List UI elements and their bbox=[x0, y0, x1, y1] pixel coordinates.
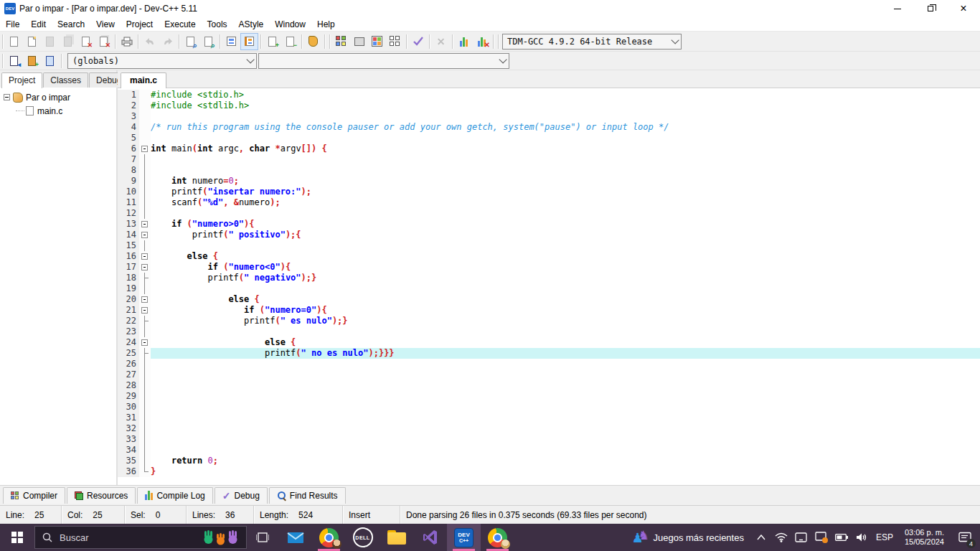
code-line: 11 scanf("%d", &numero); bbox=[118, 197, 980, 208]
debug-tab-icon: ✓ bbox=[222, 491, 231, 500]
editor-tab-mainc[interactable]: main.c bbox=[121, 72, 166, 88]
code-text bbox=[151, 240, 980, 251]
menu-window[interactable]: Window bbox=[269, 18, 311, 31]
view-panel-button[interactable] bbox=[222, 33, 240, 50]
code-line: 13 if ("numero>0"){ bbox=[118, 219, 980, 230]
code-text: printf(" es nulo");} bbox=[151, 316, 980, 326]
remove-from-project-button[interactable]: − bbox=[281, 33, 299, 50]
close-file-icon: ✕ bbox=[82, 37, 90, 47]
start-button[interactable] bbox=[0, 524, 34, 551]
fold-marker[interactable] bbox=[139, 219, 151, 230]
fold-marker[interactable] bbox=[139, 294, 151, 305]
taskbar-visual-studio-button[interactable] bbox=[413, 524, 447, 551]
code-text: } bbox=[151, 466, 980, 477]
status-lines-value: 36 bbox=[225, 510, 235, 520]
close-all-button[interactable]: ✕ bbox=[95, 33, 113, 50]
save-button[interactable] bbox=[41, 33, 59, 50]
restore-button[interactable] bbox=[914, 0, 947, 17]
menu-view[interactable]: View bbox=[90, 18, 121, 31]
volume-button[interactable] bbox=[853, 524, 870, 551]
rebuild-button[interactable] bbox=[386, 33, 404, 50]
line-number: 10 bbox=[118, 187, 139, 197]
taskbar-chrome-profile1-button[interactable] bbox=[312, 524, 346, 551]
menu-edit[interactable]: Edit bbox=[25, 18, 52, 31]
new-source-button[interactable] bbox=[5, 33, 23, 50]
add-to-project-button[interactable]: + bbox=[263, 33, 281, 50]
run-button[interactable] bbox=[350, 33, 368, 50]
tab-classes[interactable]: Classes bbox=[43, 72, 88, 88]
tab-project[interactable]: Project bbox=[1, 72, 42, 88]
tab-compiler[interactable]: Compiler bbox=[3, 487, 65, 504]
battery-button[interactable] bbox=[833, 524, 850, 551]
taskbar-dell-button[interactable]: DELL bbox=[346, 524, 380, 551]
members-list-button[interactable] bbox=[41, 52, 59, 70]
profile-button[interactable] bbox=[455, 33, 473, 50]
find-in-files-button[interactable]: ⌕ bbox=[199, 33, 217, 50]
collapse-icon[interactable] bbox=[4, 94, 10, 100]
code-text: int numero=0; bbox=[151, 176, 980, 187]
code-text: else { bbox=[151, 294, 980, 305]
syntax-check-button[interactable] bbox=[409, 33, 427, 50]
fold-marker[interactable] bbox=[139, 143, 151, 154]
notification-center-button[interactable]: 4 bbox=[953, 524, 977, 551]
abort-button[interactable]: ✕ bbox=[432, 33, 450, 50]
taskbar-devcpp-button[interactable]: DEVC++ bbox=[447, 524, 481, 551]
taskbar-mail-button[interactable] bbox=[278, 524, 312, 551]
close-button[interactable]: × bbox=[947, 0, 980, 17]
line-number: 4 bbox=[118, 122, 139, 133]
compile-button[interactable] bbox=[332, 33, 350, 50]
fold-margin bbox=[139, 359, 151, 369]
fold-marker[interactable] bbox=[139, 262, 151, 273]
menu-project[interactable]: Project bbox=[121, 18, 159, 31]
close-file-button[interactable]: ✕ bbox=[77, 33, 95, 50]
delete-profiling-button[interactable]: ✕ bbox=[473, 33, 491, 50]
tab-compile-log[interactable]: Compile Log bbox=[137, 487, 212, 504]
new-member-button[interactable]: + bbox=[23, 52, 41, 70]
news-interests-button[interactable]: ♞♟ Juegos más recientes bbox=[623, 524, 752, 551]
compile-run-button[interactable] bbox=[368, 33, 386, 50]
wifi-button[interactable] bbox=[773, 524, 790, 551]
fold-marker[interactable] bbox=[139, 230, 151, 240]
print-button[interactable] bbox=[118, 33, 136, 50]
code-area[interactable]: 1#include <stdio.h>2#include <stdlib.h>3… bbox=[118, 88, 980, 485]
fold-marker[interactable] bbox=[139, 251, 151, 262]
tab-resources[interactable]: Resources bbox=[67, 487, 136, 504]
taskbar-chrome-profile2-button[interactable] bbox=[481, 524, 514, 551]
screen-cast-button[interactable] bbox=[813, 524, 830, 551]
taskbar-search[interactable]: Buscar bbox=[34, 526, 247, 549]
redo-button[interactable] bbox=[159, 33, 176, 50]
clock[interactable]: 03:06 p. m. 15/05/2024 bbox=[899, 528, 950, 547]
fold-marker[interactable] bbox=[139, 337, 151, 348]
taskbar-explorer-button[interactable] bbox=[380, 524, 413, 551]
tray-overflow-button[interactable] bbox=[753, 524, 770, 551]
menu-search[interactable]: Search bbox=[52, 18, 90, 31]
menu-astyle[interactable]: AStyle bbox=[233, 18, 270, 31]
task-view-button[interactable] bbox=[247, 524, 278, 551]
open-button[interactable] bbox=[23, 33, 41, 50]
undo-button[interactable] bbox=[141, 33, 159, 50]
code-line: 8 bbox=[118, 165, 980, 176]
tab-debug-bottom[interactable]: ✓Debug bbox=[215, 487, 268, 504]
toggle-panel-button[interactable] bbox=[240, 33, 258, 50]
code-text: printf(" negativo");} bbox=[151, 273, 980, 283]
save-all-button[interactable] bbox=[59, 33, 77, 50]
compiler-select[interactable]: TDM-GCC 4.9.2 64-bit Release bbox=[502, 34, 682, 50]
globals-select[interactable]: (globals) bbox=[67, 53, 257, 69]
code-text bbox=[151, 111, 980, 122]
menu-tools[interactable]: Tools bbox=[202, 18, 233, 31]
tablet-mode-button[interactable] bbox=[793, 524, 810, 551]
members-select[interactable] bbox=[258, 53, 509, 69]
menu-help[interactable]: Help bbox=[311, 18, 341, 31]
language-indicator[interactable]: ESP bbox=[873, 524, 896, 551]
minimize-button[interactable] bbox=[881, 0, 914, 17]
goto-declaration-button[interactable]: ◂ bbox=[5, 52, 23, 70]
menu-execute[interactable]: Execute bbox=[159, 18, 201, 31]
menu-file[interactable]: File bbox=[0, 18, 25, 31]
package-manager-button[interactable] bbox=[304, 33, 322, 50]
find-button[interactable]: ⌕ bbox=[182, 33, 199, 50]
tab-find-results[interactable]: Find Results bbox=[269, 487, 346, 504]
title-bar: DEV Par o impar - [Par o impar.dev] - De… bbox=[0, 0, 980, 17]
project-file-node[interactable]: main.c bbox=[1, 104, 115, 118]
project-root-node[interactable]: Par o impar bbox=[1, 90, 115, 104]
fold-marker[interactable] bbox=[139, 305, 151, 316]
